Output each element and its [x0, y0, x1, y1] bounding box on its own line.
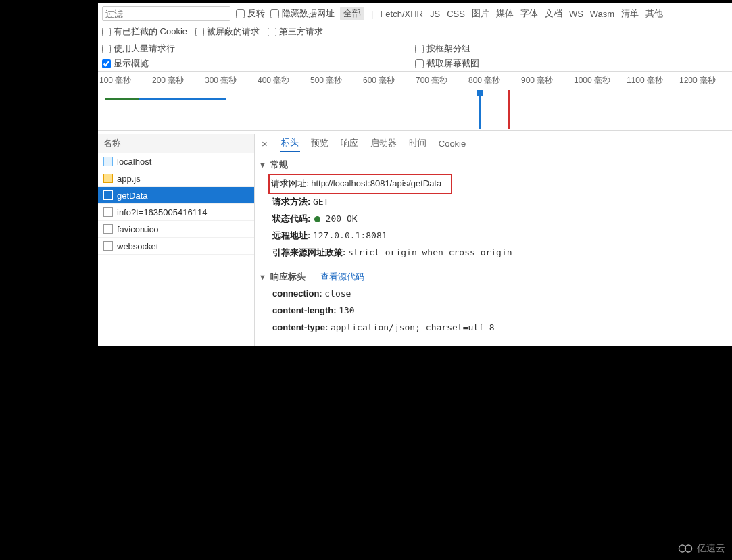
triangle-down-icon: ▼: [259, 161, 266, 169]
filter-ws[interactable]: WS: [569, 9, 583, 19]
triangle-down-icon: ▼: [259, 273, 266, 281]
request-item-localhost[interactable]: localhost: [98, 153, 254, 170]
request-method-row: 请求方法: GET: [255, 194, 732, 211]
filter-other[interactable]: 其他: [645, 7, 663, 20]
third-party-checkbox[interactable]: 第三方请求: [268, 26, 323, 38]
tick: 1000 毫秒: [574, 75, 627, 88]
request-name: app.js: [117, 174, 141, 184]
header-row-content-length: content-length: 130: [255, 303, 732, 320]
js-file-icon: [103, 174, 113, 183]
tick: 500 毫秒: [310, 75, 363, 88]
invert-checkbox[interactable]: 反转: [236, 7, 265, 20]
status-ok-icon: [314, 216, 320, 222]
blocked-cookies-checkbox[interactable]: 有已拦截的 Cookie: [102, 26, 187, 38]
tab-preview[interactable]: 预览: [310, 135, 330, 151]
close-icon[interactable]: ×: [259, 138, 270, 149]
request-list-pane: 名称 localhost app.js getData: [98, 134, 255, 346]
referrer-value: strict-origin-when-cross-origin: [348, 247, 512, 257]
filter-js[interactable]: JS: [430, 9, 440, 19]
view-source-link[interactable]: 查看源代码: [320, 271, 364, 283]
network-toolbar: 反转 隐藏数据网址 全部 | Fetch/XHR JS CSS 图片 媒体 字体…: [98, 3, 732, 72]
referrer-policy-row: 引荐来源网址政策: strict-origin-when-cross-origi…: [255, 245, 732, 261]
filter-all[interactable]: 全部: [340, 7, 364, 20]
devtools-network-panel: 反转 隐藏数据网址 全部 | Fetch/XHR JS CSS 图片 媒体 字体…: [98, 3, 732, 346]
tab-headers[interactable]: 标头: [280, 134, 300, 152]
status-code-row: 状态代码: 200 OK: [255, 211, 732, 228]
filter-font[interactable]: 字体: [520, 7, 538, 20]
request-detail-pane: × 标头 预览 响应 启动器 时间 Cookie ▼ 常规 请求网址: http…: [255, 134, 732, 346]
show-overview-label: 显示概览: [114, 57, 149, 70]
hide-data-urls-checkbox[interactable]: 隐藏数据网址: [270, 7, 335, 20]
invert-label: 反转: [247, 7, 265, 20]
group-by-frame-label: 按框架分组: [426, 43, 470, 55]
tab-cookies[interactable]: Cookie: [437, 136, 467, 151]
header-value: close: [324, 288, 351, 299]
request-item-getdata[interactable]: getData: [98, 187, 254, 204]
tick: 600 毫秒: [363, 75, 416, 88]
large-rows-checkbox[interactable]: 使用大量请求行: [102, 43, 175, 55]
request-url-highlight: 请求网址: http://localhost:8081/apis/getData: [268, 174, 452, 194]
capture-screenshot-label: 截取屏幕截图: [426, 57, 479, 70]
status-label: 状态代码:: [272, 213, 310, 224]
tab-timing[interactable]: 时间: [408, 135, 428, 151]
filter-manifest[interactable]: 清单: [621, 7, 639, 20]
method-value: GET: [313, 197, 328, 207]
tab-initiator[interactable]: 启动器: [369, 135, 398, 151]
timeline-bars: [98, 93, 732, 125]
remote-label: 远程地址:: [272, 230, 310, 240]
section-title: 响应标头: [270, 271, 306, 283]
status-value: 200 OK: [326, 213, 358, 224]
filter-img[interactable]: 图片: [472, 7, 489, 20]
xhr-file-icon: [103, 190, 113, 200]
group-by-frame-checkbox[interactable]: 按框架分组: [415, 43, 470, 55]
remote-value: 127.0.0.1:8081: [313, 230, 387, 240]
request-name: info?t=1635005416114: [117, 207, 207, 218]
tab-response[interactable]: 响应: [339, 135, 360, 151]
tick: 100 毫秒: [99, 75, 152, 88]
request-item-websocket[interactable]: websocket: [98, 238, 254, 255]
blocked-requests-label: 被屏蔽的请求: [207, 26, 260, 38]
filter-fetch-xhr[interactable]: Fetch/XHR: [380, 9, 423, 19]
filter-doc[interactable]: 文档: [545, 7, 562, 20]
ws-file-icon: [103, 241, 113, 251]
timeline-marker-load: [508, 90, 510, 129]
timeline-ticks: 100 毫秒 200 毫秒 300 毫秒 400 毫秒 500 毫秒 600 毫…: [98, 72, 732, 88]
tick: 700 毫秒: [416, 75, 468, 88]
show-overview-checkbox[interactable]: 显示概览: [102, 57, 149, 70]
header-key: content-length:: [272, 305, 337, 315]
tick: 200 毫秒: [152, 75, 205, 88]
filter-input[interactable]: [102, 6, 230, 21]
filter-wasm[interactable]: Wasm: [590, 9, 614, 19]
detail-tabs: × 标头 预览 响应 启动器 时间 Cookie: [255, 134, 732, 153]
referrer-label: 引荐来源网址政策:: [272, 247, 345, 257]
timeline-marker-domcontentloaded[interactable]: [479, 90, 481, 129]
tick: 900 毫秒: [521, 75, 574, 88]
capture-screenshot-checkbox[interactable]: 截取屏幕截图: [415, 57, 479, 70]
watermark-text: 亿速云: [697, 542, 725, 555]
third-party-label: 第三方请求: [279, 26, 323, 38]
request-url-label: 请求网址:: [271, 178, 309, 188]
section-general[interactable]: ▼ 常规: [255, 156, 732, 174]
header-row-content-type: content-type: application/json; charset=…: [255, 320, 732, 336]
watermark-logo-icon: [678, 544, 693, 553]
separator-icon: |: [371, 9, 373, 19]
header-value: 130: [339, 305, 354, 315]
watermark: 亿速云: [678, 542, 725, 555]
header-value: application/json; charset=utf-8: [331, 322, 495, 332]
request-name: getData: [117, 190, 148, 201]
request-item-appjs[interactable]: app.js: [98, 170, 254, 187]
request-list-header[interactable]: 名称: [98, 134, 254, 153]
tick: 1100 毫秒: [627, 75, 679, 88]
blocked-requests-checkbox[interactable]: 被屏蔽的请求: [195, 26, 260, 38]
timeline-overview[interactable]: 100 毫秒 200 毫秒 300 毫秒 400 毫秒 500 毫秒 600 毫…: [98, 72, 732, 131]
request-item-favicon[interactable]: favicon.ico: [98, 221, 254, 238]
timeline-bar-blue: [139, 98, 226, 100]
section-response-headers[interactable]: ▼ 响应标头 查看源代码: [255, 268, 732, 286]
remote-address-row: 远程地址: 127.0.0.1:8081: [255, 228, 732, 245]
header-key: content-type:: [272, 322, 328, 332]
filter-media[interactable]: 媒体: [496, 7, 514, 20]
request-item-info[interactable]: info?t=1635005416114: [98, 204, 254, 221]
filter-css[interactable]: CSS: [447, 9, 465, 19]
html-file-icon: [103, 157, 113, 166]
request-name: localhost: [117, 157, 151, 167]
